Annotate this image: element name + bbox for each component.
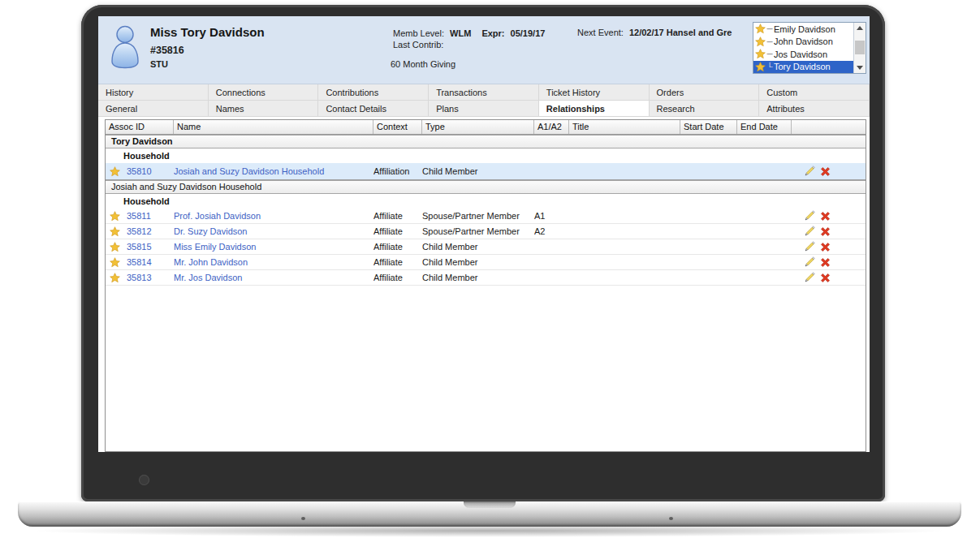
- delete-button[interactable]: [819, 241, 831, 253]
- assoc-id-link[interactable]: 35812: [127, 224, 152, 239]
- family-list-item-john-davidson[interactable]: ─John Davidson: [753, 36, 853, 49]
- tree-connector: ─: [766, 24, 774, 33]
- pencil-edit-icon: [804, 226, 815, 237]
- star-icon: [110, 226, 120, 237]
- edit-button[interactable]: [803, 166, 815, 178]
- tab-research[interactable]: Research: [650, 101, 760, 117]
- assoc-id-link[interactable]: 35810: [127, 163, 152, 180]
- family-list-item-jos-davidson[interactable]: ─Jos Davidson: [753, 48, 853, 61]
- family-member-name: Emily Davidson: [774, 24, 835, 34]
- star-icon: [110, 166, 120, 177]
- scrollbar-thumb[interactable]: [855, 41, 865, 54]
- tab-plans[interactable]: Plans: [429, 101, 539, 117]
- relationship-row[interactable]: 35813Mr. Jos DavidsonAffiliateChild Memb…: [106, 270, 866, 286]
- assoc-id-cell: 35813: [106, 270, 174, 286]
- star-icon: [110, 257, 120, 268]
- row-actions: [792, 256, 866, 269]
- tab-contributions[interactable]: Contributions: [318, 84, 429, 101]
- column-header-type[interactable]: Type: [422, 120, 534, 134]
- edit-button[interactable]: [803, 256, 815, 269]
- constituent-name-link[interactable]: Mr. Jos Davidson: [174, 273, 242, 282]
- edit-button[interactable]: [803, 272, 815, 284]
- row-actions: [792, 166, 866, 178]
- column-header-title[interactable]: Title: [569, 120, 680, 134]
- constituent-name-link[interactable]: Miss Emily Davidson: [174, 242, 256, 252]
- column-header-assoc-id[interactable]: Assoc ID: [106, 120, 174, 134]
- star-icon: [755, 24, 766, 34]
- family-listbox[interactable]: ─Emily Davidson ─John Davidson ─Jos Davi…: [753, 22, 866, 74]
- base-screw: [669, 517, 673, 520]
- family-listbox-items: ─Emily Davidson ─John Davidson ─Jos Davi…: [753, 23, 853, 73]
- scroll-up-button[interactable]: [854, 23, 866, 33]
- membership-info: Memb Level: WLM Expr: 05/19/17 Last Cont…: [393, 28, 545, 50]
- column-header-context[interactable]: Context: [373, 120, 422, 134]
- tree-connector: ─: [766, 37, 774, 46]
- subgroup-header-household: Household: [106, 148, 866, 163]
- type-cell: Child Member: [422, 163, 534, 180]
- edit-button[interactable]: [803, 241, 815, 253]
- pencil-edit-icon: [804, 256, 815, 268]
- assoc-id-link[interactable]: 35811: [127, 209, 151, 224]
- relationship-row[interactable]: 35815Miss Emily DavidsonAffiliateChild M…: [106, 239, 866, 255]
- tab-history[interactable]: History: [98, 84, 209, 101]
- delete-button[interactable]: [819, 166, 831, 178]
- bezel-logo-icon: [139, 475, 149, 485]
- row-actions: [792, 210, 866, 222]
- assoc-id-link[interactable]: 35815: [127, 239, 152, 255]
- tree-connector: └: [766, 62, 774, 71]
- edit-button[interactable]: [803, 226, 815, 238]
- tab-contact-details[interactable]: Contact Details: [318, 101, 429, 117]
- delete-button[interactable]: [819, 272, 831, 284]
- relationship-row[interactable]: 35812Dr. Suzy DavidsonAffiliateSpouse/Pa…: [106, 224, 866, 239]
- column-header-a1-a2[interactable]: A1/A2: [534, 120, 569, 134]
- constituent-name-link[interactable]: Mr. John Davidson: [174, 257, 248, 267]
- memb-level-value: WLM: [450, 28, 471, 38]
- name-cell: Dr. Suzy Davidson: [174, 224, 373, 239]
- column-header-blank[interactable]: [792, 120, 866, 134]
- person-avatar-icon: [108, 25, 142, 69]
- family-list-item-emily-davidson[interactable]: ─Emily Davidson: [753, 23, 853, 36]
- delete-x-icon: [820, 226, 831, 237]
- delete-x-icon: [820, 257, 831, 268]
- tab-custom[interactable]: Custom: [759, 84, 870, 101]
- tab-transactions[interactable]: Transactions: [429, 84, 539, 101]
- family-list-item-tory-davidson[interactable]: └Tory Davidson: [753, 61, 853, 74]
- grid-body: Tory DavidsonHousehold 35810Josiah and S…: [106, 135, 866, 286]
- tab-ticket-history[interactable]: Ticket History: [539, 84, 650, 101]
- tab-attributes[interactable]: Attributes: [759, 101, 870, 117]
- type-cell: Child Member: [422, 239, 534, 255]
- star-icon: [755, 62, 766, 72]
- delete-button[interactable]: [819, 256, 831, 269]
- pencil-edit-icon: [804, 272, 815, 283]
- tab-relationships[interactable]: Relationships: [539, 101, 650, 117]
- type-cell: Spouse/Partner Member: [422, 224, 534, 239]
- assoc-id-link[interactable]: 35814: [127, 255, 152, 270]
- tab-general[interactable]: General: [98, 101, 209, 117]
- tab-orders[interactable]: Orders: [650, 84, 760, 101]
- relationship-row[interactable]: 35810Josiah and Suzy Davidson HouseholdA…: [106, 163, 866, 180]
- constituent-name-link[interactable]: Prof. Josiah Davidson: [174, 211, 261, 221]
- edit-button[interactable]: [803, 210, 815, 222]
- laptop-base: [18, 501, 961, 527]
- column-header-start-date[interactable]: Start Date: [680, 120, 737, 134]
- assoc-id-link[interactable]: 35813: [127, 270, 152, 286]
- delete-x-icon: [820, 273, 831, 283]
- constituent-name-link[interactable]: Dr. Suzy Davidson: [174, 226, 247, 236]
- name-cell: Josiah and Suzy Davidson Household: [174, 163, 373, 180]
- scroll-down-button[interactable]: [854, 62, 866, 73]
- tab-names[interactable]: Names: [209, 101, 319, 117]
- delete-button[interactable]: [819, 226, 831, 238]
- pencil-edit-icon: [804, 210, 815, 222]
- assoc-id-cell: 35811: [106, 209, 174, 224]
- last-contrib-label: Last Contrib:: [393, 40, 443, 49]
- constituent-name-link[interactable]: Josiah and Suzy Davidson Household: [174, 166, 324, 176]
- group-header-tory-davidson: Tory Davidson: [106, 135, 866, 148]
- relationship-row[interactable]: 35811Prof. Josiah DavidsonAffiliateSpous…: [106, 209, 866, 224]
- column-header-end-date[interactable]: End Date: [737, 120, 792, 134]
- relationship-row[interactable]: 35814Mr. John DavidsonAffiliateChild Mem…: [106, 255, 866, 270]
- column-header-name[interactable]: Name: [174, 120, 373, 134]
- family-listbox-scrollbar[interactable]: [853, 23, 866, 73]
- delete-button[interactable]: [819, 210, 831, 222]
- star-icon: [110, 242, 120, 252]
- tab-connections[interactable]: Connections: [209, 84, 319, 101]
